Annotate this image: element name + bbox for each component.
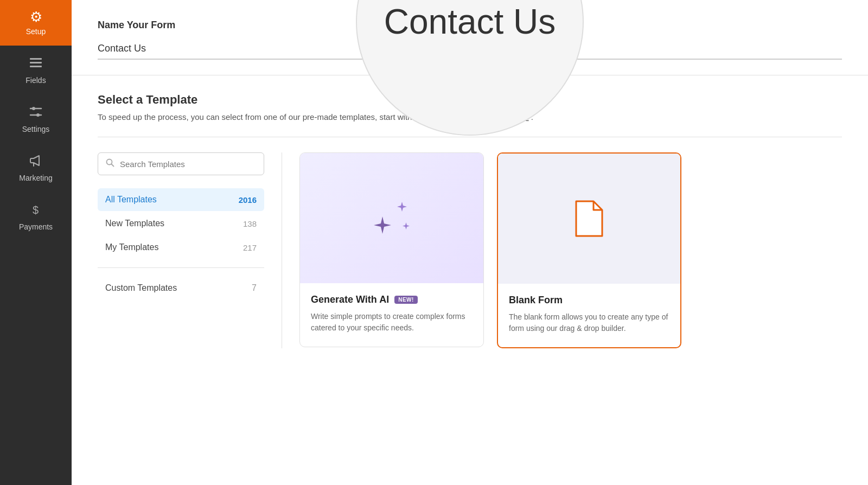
sidebar-label-setup: Setup xyxy=(26,27,46,36)
blank-card-body: Blank Form The blank form allows you to … xyxy=(498,284,680,347)
svg-point-6 xyxy=(36,113,40,117)
name-form-section: Name Your Form Contact Us xyxy=(72,0,868,75)
sidebar-item-fields[interactable]: Fields xyxy=(0,46,72,94)
fields-icon xyxy=(28,55,43,73)
name-form-label: Name Your Form xyxy=(98,20,842,31)
blank-card-title-row: Blank Form xyxy=(509,295,669,306)
name-form-input[interactable] xyxy=(98,39,842,60)
sidebar-item-setup[interactable]: ⚙ Setup xyxy=(0,0,72,46)
ai-card-title: Generate With AI xyxy=(311,294,389,305)
filter-divider xyxy=(98,267,264,268)
svg-text:$: $ xyxy=(33,204,39,216)
select-template-title: Select a Template xyxy=(98,93,842,107)
ai-card-badge: NEW! xyxy=(394,296,418,304)
select-template-desc: To speed up the process, you can select … xyxy=(98,112,842,122)
sidebar-item-payments[interactable]: $ Payments xyxy=(0,192,72,241)
sidebar-item-marketing[interactable]: Marketing xyxy=(0,143,72,192)
svg-point-4 xyxy=(32,107,35,110)
search-icon xyxy=(106,158,114,169)
blank-card-desc: The blank form allows you to create any … xyxy=(509,311,669,334)
custom-templates-count: 7 xyxy=(252,283,257,293)
main-content: Name Your Form Contact Us Select a Templ… xyxy=(72,0,868,485)
sliders-icon xyxy=(28,104,43,122)
filter-new-count: 138 xyxy=(243,219,257,228)
template-cards: Generate With AI NEW! Write simple promp… xyxy=(299,152,842,348)
desc-end: . xyxy=(531,112,533,122)
filter-my-templates[interactable]: My Templates 217 xyxy=(98,236,264,259)
filter-custom-templates[interactable]: Custom Templates 7 xyxy=(98,277,264,299)
dollar-icon: $ xyxy=(28,202,43,219)
blank-form-link[interactable]: blank form xyxy=(421,112,459,122)
template-body: All Templates 2016 New Templates 138 My … xyxy=(98,137,842,348)
create-own-link[interactable]: create your own xyxy=(471,112,529,122)
svg-rect-0 xyxy=(30,58,42,60)
filter-all-label: All Templates xyxy=(105,195,157,205)
megaphone-icon xyxy=(28,153,43,170)
sidebar: ⚙ Setup Fields Settings xyxy=(0,0,72,485)
blank-card-preview xyxy=(498,154,680,284)
template-card-blank[interactable]: Blank Form The blank form allows you to … xyxy=(497,152,681,348)
sidebar-label-marketing: Marketing xyxy=(19,174,52,182)
custom-templates-label: Custom Templates xyxy=(105,283,177,293)
filter-all-count: 2016 xyxy=(239,195,257,205)
svg-line-10 xyxy=(112,164,114,167)
ai-card-preview xyxy=(300,153,483,283)
sidebar-label-settings: Settings xyxy=(22,125,50,133)
template-sidebar: All Templates 2016 New Templates 138 My … xyxy=(98,152,282,348)
select-template-section: Select a Template To speed up the proces… xyxy=(72,75,868,348)
svg-rect-1 xyxy=(30,62,42,63)
filter-all-templates[interactable]: All Templates 2016 xyxy=(98,188,264,211)
sidebar-label-fields: Fields xyxy=(25,76,46,85)
blank-card-title: Blank Form xyxy=(509,295,563,306)
ai-card-desc: Write simple prompts to create complex f… xyxy=(311,311,473,334)
template-card-ai[interactable]: Generate With AI NEW! Write simple promp… xyxy=(299,152,484,347)
gear-icon: ⚙ xyxy=(30,10,42,24)
search-input[interactable] xyxy=(120,159,256,169)
search-box[interactable] xyxy=(98,152,264,175)
svg-rect-2 xyxy=(30,66,42,67)
sidebar-item-settings[interactable]: Settings xyxy=(0,94,72,143)
filter-new-templates[interactable]: New Templates 138 xyxy=(98,212,264,235)
ai-card-title-row: Generate With AI NEW! xyxy=(311,294,473,305)
filter-my-label: My Templates xyxy=(105,242,158,252)
filter-new-label: New Templates xyxy=(105,219,164,228)
filter-my-count: 217 xyxy=(243,243,257,252)
desc-text: To speed up the process, you can select … xyxy=(98,112,419,122)
desc-or: or xyxy=(461,112,471,122)
ai-card-body: Generate With AI NEW! Write simple promp… xyxy=(300,283,483,347)
sidebar-label-payments: Payments xyxy=(19,222,53,231)
